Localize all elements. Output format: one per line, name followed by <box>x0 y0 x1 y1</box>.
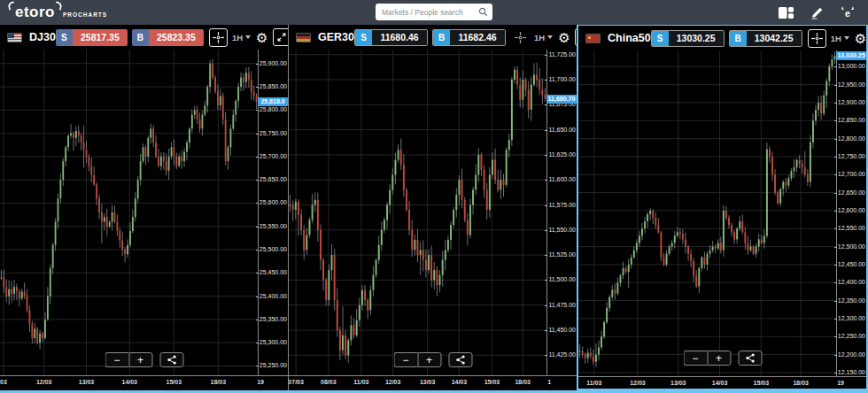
etoro-bull-icon[interactable]: e <box>840 5 856 19</box>
timeframe-dropdown[interactable]: 1H <box>831 34 849 43</box>
expand-arrows-icon <box>276 32 287 42</box>
crosshair-icon <box>515 32 526 43</box>
buy-button[interactable]: B 13042.25 <box>729 30 802 47</box>
sell-letter: S <box>652 31 669 46</box>
search-icon <box>478 7 488 17</box>
price-tick-label: 11,525.00 <box>548 251 576 258</box>
sell-price: 25817.35 <box>73 29 128 46</box>
germany-flag-icon <box>296 33 311 42</box>
zoom-controls: − + <box>683 351 762 366</box>
expand-button[interactable] <box>273 28 289 46</box>
settings-gear-icon[interactable]: ⚙ <box>855 32 866 45</box>
sell-letter: S <box>355 30 372 45</box>
price-tick-label: 11,550.00 <box>548 227 576 234</box>
chevron-down-icon <box>547 35 553 39</box>
price-tick-label: 25,550.00 <box>260 223 287 230</box>
current-price-tag: 11,680.70 <box>546 95 577 104</box>
search-box[interactable] <box>376 4 492 20</box>
draw-pencil-icon[interactable] <box>809 5 825 19</box>
price-tick-label: 12,350.00 <box>838 297 865 304</box>
candlestick-chart[interactable] <box>578 50 837 376</box>
zoom-out-button[interactable]: − <box>105 352 128 367</box>
chart-panel-ger30: GER30 S 11680.46 B 11682.46 <box>288 25 577 390</box>
price-tick-label: 25,350.00 <box>260 316 287 323</box>
sell-price: 13030.25 <box>669 31 724 46</box>
share-button[interactable] <box>738 351 762 366</box>
share-icon <box>745 353 755 363</box>
crosshair-icon <box>213 32 224 43</box>
sell-button[interactable]: S 13030.25 <box>651 30 725 47</box>
price-tick-label: 25,850.00 <box>260 83 287 90</box>
chart-header: China50 S 13030.25 B 13042.25 <box>578 26 866 50</box>
buy-letter: B <box>730 31 747 46</box>
price-tick-label: 12,300.00 <box>838 315 865 322</box>
timeframe-dropdown[interactable]: 1H <box>232 33 251 42</box>
zoom-in-button[interactable]: + <box>707 351 731 366</box>
price-tick-label: 12,800.00 <box>838 135 865 143</box>
price-tick-label: 12,600.00 <box>838 207 865 214</box>
time-tick-label: 11/03 <box>586 380 601 386</box>
price-tick-label: 11,450.00 <box>548 327 576 334</box>
layout-grid-icon[interactable] <box>778 5 794 19</box>
buy-button[interactable]: B 11682.46 <box>432 29 506 46</box>
current-price-tag: 13,030.25 <box>836 51 866 60</box>
price-tick-label: 11,625.00 <box>548 151 576 158</box>
time-axis: 11/0312/0313/0314/0315/0318/0319 <box>578 376 866 390</box>
price-axis: 11,725.0011,700.0011,675.0011,650.0011,6… <box>547 50 577 375</box>
price-tick-label: 11,700.00 <box>548 76 576 83</box>
price-tick-label: 25,450.00 <box>260 269 287 276</box>
crosshair-button[interactable] <box>209 28 228 47</box>
price-tick-label: 11,600.00 <box>548 176 576 183</box>
crosshair-button[interactable] <box>511 28 530 47</box>
price-tick-label: 11,725.00 <box>548 51 576 58</box>
zoom-controls: − + <box>393 352 472 367</box>
price-tick-label: 12,900.00 <box>838 99 865 106</box>
buy-letter: B <box>132 29 149 46</box>
zoom-in-button[interactable]: + <box>128 352 152 367</box>
price-tick-label: 12,250.00 <box>838 333 865 340</box>
chevron-down-icon <box>844 36 849 40</box>
price-tick-label: 13,000.00 <box>838 63 865 70</box>
chart-panel-china50: China50 S 13030.25 B 13042.25 <box>577 25 868 390</box>
china-flag-icon <box>585 34 601 43</box>
zoom-out-button[interactable]: − <box>393 352 417 367</box>
price-tick-label: 25,750.00 <box>260 130 287 137</box>
price-tick-label: 25,500.00 <box>260 246 287 253</box>
procharts-label: PROCHARTS <box>63 12 107 18</box>
price-tick-label: 25,800.00 <box>260 106 287 113</box>
crosshair-icon <box>811 33 823 44</box>
buy-letter: B <box>433 30 450 45</box>
share-button[interactable] <box>448 352 472 367</box>
sell-letter: S <box>56 29 73 46</box>
zoom-out-button[interactable]: − <box>683 351 707 366</box>
price-tick-label: 25,650.00 <box>260 176 287 183</box>
price-axis: 25,900.0025,850.0025,800.0025,750.0025,7… <box>259 50 288 375</box>
price-tick-label: 12,950.00 <box>838 81 865 89</box>
sell-button[interactable]: S 11680.46 <box>354 29 428 46</box>
top-bar: etoro PROCHARTS e <box>0 0 868 25</box>
share-icon <box>167 355 176 365</box>
candlestick-chart[interactable] <box>289 50 547 375</box>
zoom-in-button[interactable]: + <box>417 352 441 367</box>
price-tick-label: 12,550.00 <box>838 225 865 232</box>
time-tick-label: 14/03 <box>712 380 728 386</box>
zoom-controls: − + <box>105 352 183 367</box>
settings-gear-icon[interactable]: ⚙ <box>558 31 570 44</box>
charts-grid: DJ30 S 25817.35 B 25823.35 <box>0 25 868 390</box>
search-input[interactable] <box>380 7 478 18</box>
settings-gear-icon[interactable]: ⚙ <box>256 31 267 44</box>
price-tick-label: 25,700.00 <box>260 153 287 160</box>
price-tick-label: 11,425.00 <box>548 351 576 358</box>
price-tick-label: 11,500.00 <box>548 276 576 283</box>
sell-button[interactable]: S 25817.35 <box>56 29 128 46</box>
price-tick-label: 12,150.00 <box>838 369 865 376</box>
timeframe-dropdown[interactable]: 1H <box>534 33 553 42</box>
timeframe-value: 1H <box>831 34 841 43</box>
us-flag-icon <box>7 33 22 42</box>
share-button[interactable] <box>159 352 183 367</box>
buy-price: 13042.25 <box>747 31 802 46</box>
price-tick-label: 12,850.00 <box>838 117 865 124</box>
candlestick-chart[interactable] <box>0 50 259 375</box>
buy-button[interactable]: B 25823.35 <box>132 29 204 46</box>
crosshair-button[interactable] <box>808 29 826 48</box>
